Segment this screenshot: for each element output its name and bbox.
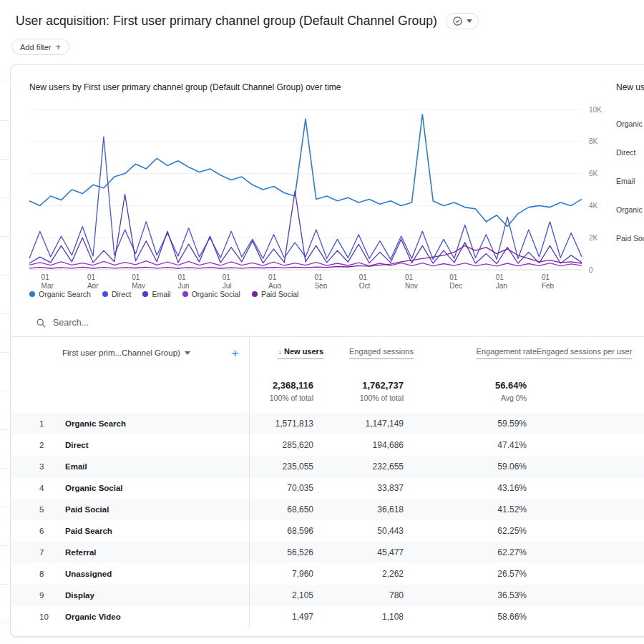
svg-text:Mar: Mar [42, 282, 54, 288]
legend-dot-icon [142, 291, 148, 297]
svg-text:8K: 8K [589, 137, 598, 145]
row-rank: 2 [11, 434, 62, 456]
totals-engaged-sessions: 1,762,737100% of total [323, 369, 414, 413]
legend-item-direct[interactable]: Direct [102, 290, 131, 298]
column-header-new-users[interactable]: ↓New users [249, 337, 323, 369]
row-engaged-sessions: 36,618 [323, 499, 414, 520]
legend-dot-icon [182, 291, 188, 297]
line-chart-title: New users by First user primary channel … [29, 82, 609, 92]
table-row[interactable]: 6Paid Search68,59650,44362.25% [11, 520, 644, 542]
svg-text:01: 01 [496, 273, 504, 281]
row-channel: Direct [62, 434, 249, 456]
row-new-users: 56,526 [249, 542, 323, 563]
svg-text:01: 01 [178, 273, 187, 281]
table-row[interactable]: 7Referral56,52645,47762.27% [11, 542, 644, 563]
chevron-down-icon [467, 19, 472, 23]
search-bar[interactable] [11, 309, 644, 337]
add-filter-button[interactable]: Add filter + [11, 39, 69, 55]
svg-text:10K: 10K [589, 106, 602, 114]
row-engagement-rate: 59.59% [414, 413, 537, 434]
legend-item-paid-social[interactable]: Paid Social [252, 290, 299, 298]
row-engagement-rate: 26.57% [414, 563, 537, 585]
svg-text:01: 01 [314, 273, 323, 281]
table-row[interactable]: 8Unassigned7,9602,26226.57% [11, 563, 644, 585]
bar-row: Direct [616, 138, 644, 167]
row-new-users: 70,035 [249, 477, 323, 499]
bar-chart-title: New users by First user primary channel … [616, 82, 644, 92]
add-dimension-button[interactable]: + [230, 347, 240, 359]
table-row[interactable]: 3Email235,055232,65559.06% [11, 456, 644, 477]
row-engaged-sessions: 2,262 [323, 563, 414, 585]
row-engaged-sessions: 50,443 [323, 520, 414, 542]
search-icon [36, 318, 47, 328]
table-row[interactable]: 9Display2,10578036.53% [11, 585, 644, 606]
svg-text:01: 01 [542, 273, 550, 281]
row-channel: Display [62, 585, 249, 606]
table-row[interactable]: 2Direct285,620194,68647.41% [11, 434, 644, 456]
left-rail [0, 44, 9, 644]
table-row[interactable]: 1Organic Search1,571,8131,147,14959.59% [11, 413, 644, 434]
column-header-engaged-sessions-per-user[interactable]: Engaged sessions per user [537, 337, 644, 369]
legend-item-organic-search[interactable]: Organic Search [29, 290, 91, 298]
legend-dot-icon [252, 291, 258, 297]
report-status-badge[interactable] [446, 13, 479, 29]
row-rank: 6 [11, 520, 62, 542]
svg-text:Oct: Oct [359, 282, 371, 288]
svg-text:Jan: Jan [496, 282, 507, 288]
svg-text:2K: 2K [589, 234, 598, 242]
column-header-engaged-sessions[interactable]: Engaged sessions [323, 337, 414, 369]
svg-text:0: 0 [589, 266, 593, 274]
table-header-row: First user prim...Channel Group) + ↓New … [11, 337, 644, 369]
table-row[interactable]: 5Paid Social68,65036,61841.52% [11, 499, 644, 520]
check-circle-icon [452, 16, 463, 26]
bar-label: Direct [616, 148, 644, 157]
bar-row: Organic Social [616, 195, 644, 224]
row-rank: 1 [11, 413, 62, 434]
svg-text:01: 01 [223, 273, 231, 281]
row-channel: Unassigned [62, 563, 249, 585]
row-new-users: 1,571,813 [249, 413, 323, 434]
table-row[interactable]: 10Organic Video1,4971,10858.66% [11, 606, 644, 628]
table-row[interactable]: 4Organic Social70,03533,83743.16% [11, 477, 644, 499]
legend-label: Organic Search [39, 290, 91, 298]
row-engaged-sessions: 45,477 [323, 542, 414, 563]
row-channel: Paid Search [62, 520, 249, 542]
dimension-column-header[interactable]: First user prim...Channel Group) + [62, 337, 249, 369]
page-title: User acquisition: First user primary cha… [16, 14, 437, 29]
dimension-header-label: First user prim...Channel Group) [62, 348, 180, 357]
row-number-header [11, 337, 62, 369]
row-engagement-rate: 62.25% [414, 520, 537, 542]
svg-text:01: 01 [132, 273, 140, 281]
line-chart-block: New users by First user primary channel … [11, 65, 609, 309]
row-engagement-rate: 58.66% [414, 606, 537, 628]
svg-text:01: 01 [449, 273, 458, 281]
column-header-label: New users [284, 347, 323, 356]
timeseries-chart[interactable]: 02K4K6K8K10K01Mar01Apr01May01Jun01Jul01A… [11, 94, 606, 288]
bar-label: Email [616, 177, 644, 185]
report-card: New users by First user primary channel … [10, 64, 644, 637]
row-channel: Email [62, 456, 249, 477]
bar-row: Organic Search [616, 109, 644, 138]
row-channel: Organic Search [62, 413, 249, 434]
row-new-users: 7,960 [249, 563, 323, 585]
row-channel: Paid Social [62, 499, 249, 520]
column-header-engagement-rate[interactable]: Engagement rate [414, 337, 537, 369]
bar-label: Paid Social [616, 234, 644, 243]
bar-label: Organic Social [616, 205, 644, 214]
row-channel: Organic Social [62, 477, 249, 499]
legend-item-organic-social[interactable]: Organic Social [182, 290, 240, 298]
legend-item-email[interactable]: Email [142, 290, 170, 298]
svg-text:Jun: Jun [178, 282, 190, 288]
svg-text:01: 01 [359, 273, 368, 281]
row-new-users: 1,497 [249, 606, 323, 628]
legend-label: Direct [112, 290, 131, 298]
bar-row: Email [616, 167, 644, 195]
svg-text:Dec: Dec [449, 282, 462, 288]
sort-desc-icon: ↓ [278, 347, 282, 356]
search-input[interactable] [52, 317, 283, 328]
row-rank: 3 [11, 456, 62, 477]
row-new-users: 68,596 [249, 520, 323, 542]
svg-text:May: May [132, 282, 145, 288]
row-new-users: 68,650 [249, 499, 323, 520]
legend-label: Organic Social [192, 290, 240, 298]
